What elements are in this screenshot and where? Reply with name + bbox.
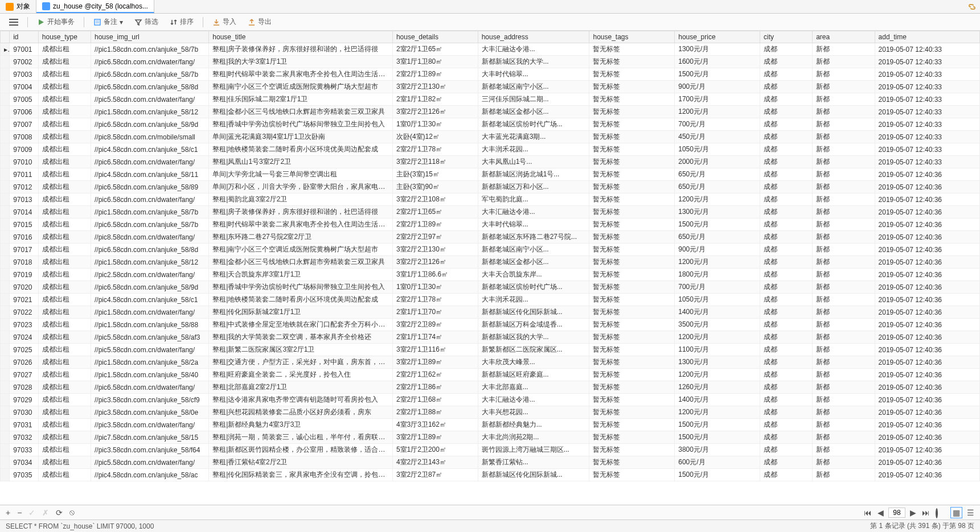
cell[interactable]: 成都	[760, 431, 812, 444]
cell[interactable]: 新都	[813, 156, 875, 168]
stop-button[interactable]: ⦸	[68, 506, 76, 518]
cell[interactable]: 成都	[760, 231, 812, 244]
cell[interactable]: 新都	[813, 143, 875, 156]
cell[interactable]: //pic3.58cdn.com.cn/anjuke_58/f64	[91, 444, 208, 456]
cell[interactable]: 3800元/月	[675, 444, 760, 456]
cell[interactable]: 3室2厅2卫89㎡	[392, 319, 478, 331]
cell[interactable]: 暂无标签	[589, 356, 675, 369]
cell[interactable]: 2019-05-07 12:40:33	[875, 143, 979, 156]
cell[interactable]: 暂无标签	[589, 419, 675, 431]
cell[interactable]: 整租|交通方便，户型方正，采光好，对中庭，房东首，次出	[209, 356, 393, 369]
cell[interactable]: 1200元/月	[675, 106, 760, 118]
table-row[interactable]: 97002成都出租//pic6.58cdn.com.cn/dwater/fang…	[1, 56, 980, 68]
cell[interactable]: 成都	[760, 344, 812, 356]
cell[interactable]: 2室2厅1卫62㎡	[392, 369, 478, 381]
cell[interactable]: 97022	[10, 306, 39, 319]
cell[interactable]: //pic8.58cdn.com.cn/mobile/small	[91, 131, 208, 143]
table-row[interactable]: 97021成都出租//pic4.58cdn.com.cn/anjuke_58/c…	[1, 294, 980, 306]
cell[interactable]: 新都老城区缤纷时代广场...	[478, 281, 589, 294]
cell[interactable]: //pic1.58cdn.com.cn/anjuke_58/7b	[91, 206, 208, 218]
cell[interactable]: 成都出租	[38, 394, 91, 406]
cell[interactable]: 3室1厅1卫86.6㎡	[392, 269, 478, 281]
next-page-button[interactable]: ▶	[909, 507, 917, 518]
cell[interactable]: //pic1.58cdn.com.cn/dwater/fang/	[91, 306, 208, 319]
cell[interactable]: 新繁香江紫钻...	[478, 456, 589, 469]
cell[interactable]: 成都	[760, 319, 812, 331]
cell[interactable]: 2019-05-07 12:40:36	[875, 168, 979, 181]
cell[interactable]: 新都	[813, 43, 875, 56]
cell[interactable]: 97035	[10, 469, 39, 481]
cell[interactable]: 新都老城区金都小区...	[478, 256, 589, 269]
cell[interactable]: 暂无标签	[589, 206, 675, 218]
cell[interactable]: 97014	[10, 206, 39, 218]
cell[interactable]: 1400元/月	[675, 306, 760, 319]
cell[interactable]: 1050元/月	[675, 143, 760, 156]
cell[interactable]: 成都出租	[38, 431, 91, 444]
export-button[interactable]: 导出	[243, 15, 276, 29]
cell[interactable]: 成都出租	[38, 93, 91, 106]
cell[interactable]: 整租|北部嘉庭2室2厅1卫	[209, 381, 393, 394]
cell[interactable]: 成都	[760, 306, 812, 319]
cell[interactable]: 成都	[760, 381, 812, 394]
cell[interactable]: 97001	[10, 43, 39, 56]
cell[interactable]: 新都	[813, 218, 875, 231]
cell[interactable]: 2019-05-07 12:40:36	[875, 294, 979, 306]
cell[interactable]: 650元/月	[675, 168, 760, 181]
cell[interactable]: 2室2厅1卫78㎡	[392, 294, 478, 306]
cell[interactable]: 新都	[813, 356, 875, 369]
cell[interactable]: 97011	[10, 168, 39, 181]
cell[interactable]: 新都	[813, 381, 875, 394]
cell[interactable]: 2019-05-07 12:40:36	[875, 281, 979, 294]
cell[interactable]: 3室2厅2卫126㎡	[392, 106, 478, 118]
cell[interactable]: 暂无标签	[589, 156, 675, 168]
cell[interactable]: 成都	[760, 356, 812, 369]
cell[interactable]: 1500元/月	[675, 218, 760, 231]
cell[interactable]: 97009	[10, 143, 39, 156]
cell[interactable]: 2室2厅2卫97㎡	[392, 231, 478, 244]
col-house_type[interactable]: house_type	[38, 31, 91, 43]
cell[interactable]: 新都	[813, 394, 875, 406]
cell[interactable]: 97019	[10, 269, 39, 281]
cell[interactable]: 成都	[760, 394, 812, 406]
cell[interactable]: 暂无标签	[589, 118, 675, 131]
col-house_img_url[interactable]: house_img_url	[91, 31, 208, 43]
cell[interactable]: 成都	[760, 419, 812, 431]
cell[interactable]: 2019-05-07 12:40:36	[875, 394, 979, 406]
cell[interactable]: 2019-05-07 12:40:36	[875, 456, 979, 469]
cell[interactable]: 3室1厅1卫80㎡	[392, 56, 478, 68]
cell[interactable]: 2019-05-07 12:40:36	[875, 181, 979, 193]
cell[interactable]: 成都	[760, 106, 812, 118]
cell[interactable]: 新都	[813, 193, 875, 206]
cell[interactable]: 成都出租	[38, 68, 91, 81]
cell[interactable]: 新都新城区旺府豪庭...	[478, 369, 589, 381]
table-row[interactable]: 97008成都出租//pic8.58cdn.com.cn/mobile/smal…	[1, 131, 980, 143]
cell[interactable]: 2019-05-07 12:40:36	[875, 406, 979, 419]
cell[interactable]: 成都出租	[38, 294, 91, 306]
cell[interactable]: 成都	[760, 118, 812, 131]
cell[interactable]: 成都	[760, 256, 812, 269]
cell[interactable]: 成都出租	[38, 81, 91, 93]
cell[interactable]: 2019-05-07 12:40:36	[875, 469, 979, 481]
table-row[interactable]: 97010成都出租//pic6.58cdn.com.cn/dwater/fang…	[1, 156, 980, 168]
cell[interactable]: 单间|大学旁北城一号套三单间带空调出租	[209, 168, 393, 181]
cell[interactable]: 成都出租	[38, 181, 91, 193]
cell[interactable]: //pic1.58cdn.com.cn/anjuke_58/88	[91, 319, 208, 331]
cell[interactable]: 650元/月	[675, 181, 760, 193]
cell[interactable]: 成都出租	[38, 168, 91, 181]
cell[interactable]: 4室2厅2卫143㎡	[392, 456, 478, 469]
cell[interactable]: 暂无标签	[589, 331, 675, 344]
cell[interactable]: 1500元/月	[675, 469, 760, 481]
col-house_title[interactable]: house_title	[209, 31, 393, 43]
cell[interactable]: 成都	[760, 93, 812, 106]
cell[interactable]: //pic6.58cdn.com.cn/anjuke_58/7b	[91, 218, 208, 231]
cell[interactable]: 2室2厅1卫65㎡	[392, 206, 478, 218]
cell[interactable]: 大丰汇融达令港...	[478, 206, 589, 218]
table-row[interactable]: ▸97001成都出租//pic1.58cdn.com.cn/anjuke_58/…	[1, 43, 980, 56]
cell[interactable]: //pic6.58cdn.com.cn/anjuke_58/9d	[91, 118, 208, 131]
cell[interactable]: //pic6.58cdn.com.cn/dwater/fang/	[91, 156, 208, 168]
cell[interactable]: 2室1厅1卫74㎡	[392, 331, 478, 344]
cell[interactable]: 97005	[10, 93, 39, 106]
cell[interactable]: 97004	[10, 81, 39, 93]
cell[interactable]: 成都出租	[38, 419, 91, 431]
cell[interactable]: 整租|达令港家具家电齐带空调有钥匙随时可看房拎包入	[209, 394, 393, 406]
